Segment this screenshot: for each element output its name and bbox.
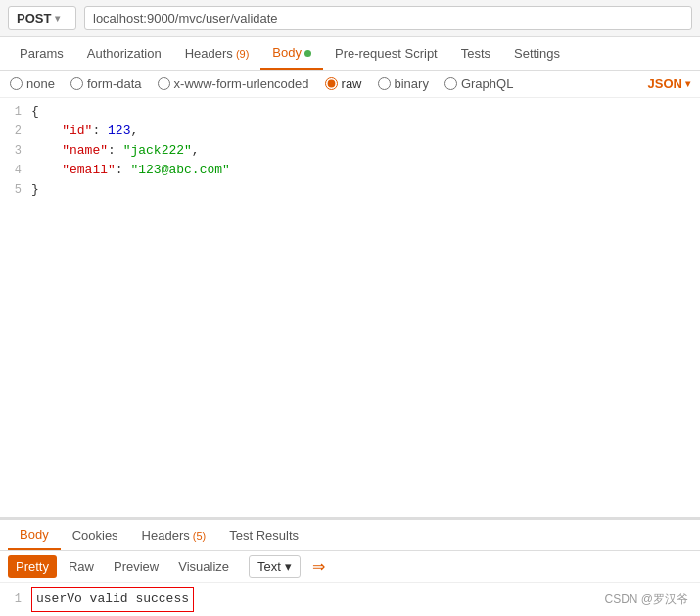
tab-headers[interactable]: Headers (9) xyxy=(173,38,261,69)
method-select[interactable]: POST ▾ xyxy=(8,6,76,30)
resp-subtab-raw[interactable]: Raw xyxy=(61,555,102,578)
tab-prerequest[interactable]: Pre-request Script xyxy=(323,38,449,69)
code-line-2: 2 "id": 123, xyxy=(0,121,700,141)
code-editor[interactable]: 1 { 2 "id": 123, 3 "name": "jack222", 4 … xyxy=(0,98,700,518)
resp-text-label: Text xyxy=(257,559,281,574)
resp-subtab-bar: Pretty Raw Preview Visualize Text ▾ ⇒ xyxy=(0,551,700,583)
option-graphql[interactable]: GraphQL xyxy=(444,76,513,91)
url-bar: POST ▾ xyxy=(0,0,700,37)
tab-authorization[interactable]: Authorization xyxy=(75,38,173,69)
code-line-3: 3 "name": "jack222", xyxy=(0,141,700,161)
json-label: JSON xyxy=(648,76,682,91)
json-chevron: ▾ xyxy=(685,78,690,89)
resp-subtab-visualize[interactable]: Visualize xyxy=(170,555,237,578)
response-body: 1 userVo valid success xyxy=(0,583,700,616)
main-tab-bar: Params Authorization Headers (9) Body Pr… xyxy=(0,37,700,71)
method-label: POST xyxy=(17,11,51,25)
body-dot xyxy=(304,50,311,57)
body-options: none form-data x-www-form-urlencoded raw… xyxy=(0,71,700,98)
resp-text-chevron: ▾ xyxy=(285,559,292,574)
tab-params[interactable]: Params xyxy=(8,38,75,69)
tab-body[interactable]: Body xyxy=(260,37,323,70)
response-section: Body Cookies Headers (5) Test Results Pr… xyxy=(0,518,700,616)
option-formdata[interactable]: form-data xyxy=(70,76,142,91)
code-line-1: 1 { xyxy=(0,102,700,121)
resp-wrap-icon[interactable]: ⇒ xyxy=(312,557,325,576)
resp-tab-body[interactable]: Body xyxy=(8,520,61,550)
resp-tab-cookies[interactable]: Cookies xyxy=(61,521,130,549)
resp-subtab-pretty[interactable]: Pretty xyxy=(8,555,57,578)
code-line-4: 4 "email": "123@abc.com" xyxy=(0,161,700,180)
option-binary[interactable]: binary xyxy=(378,76,429,91)
tab-settings[interactable]: Settings xyxy=(502,38,572,69)
watermark: CSDN @罗汉爷 xyxy=(604,592,688,608)
main-layout: POST ▾ Params Authorization Headers (9) … xyxy=(0,0,700,616)
resp-text-select[interactable]: Text ▾ xyxy=(249,555,301,578)
response-tab-bar: Body Cookies Headers (5) Test Results xyxy=(0,520,700,551)
headers-badge: (9) xyxy=(233,48,250,60)
json-select[interactable]: JSON ▾ xyxy=(648,76,690,91)
resp-headers-badge: (5) xyxy=(190,530,207,542)
method-chevron: ▾ xyxy=(55,13,60,24)
option-urlencoded[interactable]: x-www-form-urlencoded xyxy=(158,76,309,91)
resp-line-1: 1 userVo valid success xyxy=(0,587,700,612)
resp-subtab-preview[interactable]: Preview xyxy=(106,555,166,578)
tab-tests[interactable]: Tests xyxy=(449,38,502,69)
option-raw[interactable]: raw xyxy=(325,76,362,91)
code-line-5: 5 } xyxy=(0,180,700,200)
resp-tab-headers[interactable]: Headers (5) xyxy=(130,521,218,549)
url-input[interactable] xyxy=(84,6,692,30)
option-none[interactable]: none xyxy=(10,76,55,91)
resp-content-1: userVo valid success xyxy=(31,587,194,612)
resp-tab-testresults[interactable]: Test Results xyxy=(217,521,310,549)
